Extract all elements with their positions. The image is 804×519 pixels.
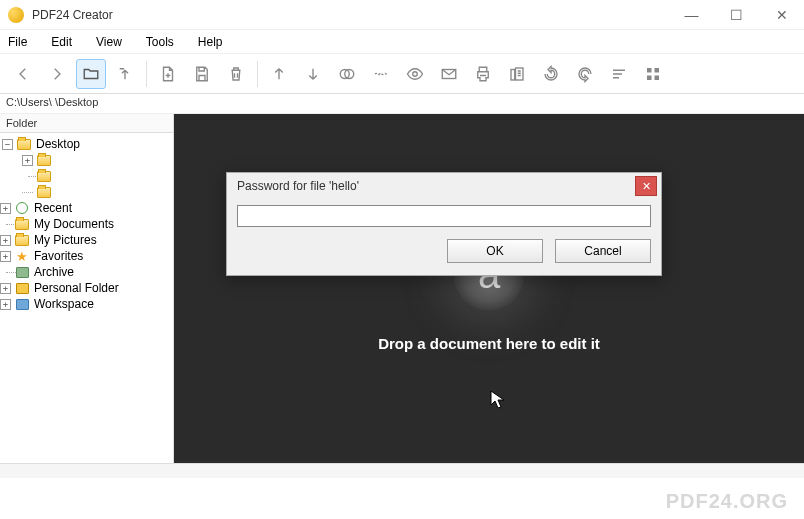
dialog-close-button[interactable]: ✕: [635, 176, 657, 196]
svg-rect-8: [647, 75, 652, 80]
save-button[interactable]: [187, 59, 217, 89]
expand-icon[interactable]: +: [0, 283, 11, 294]
fax-button[interactable]: [502, 59, 532, 89]
expand-icon[interactable]: +: [0, 299, 11, 310]
expand-icon[interactable]: +: [0, 203, 11, 214]
svg-point-2: [413, 71, 418, 76]
email-button[interactable]: [434, 59, 464, 89]
menu-edit[interactable]: Edit: [51, 35, 72, 49]
expand-icon[interactable]: +: [0, 235, 11, 246]
forward-button[interactable]: [42, 59, 72, 89]
grid-view-button[interactable]: [638, 59, 668, 89]
svg-rect-4: [511, 69, 515, 80]
personal-folder-icon: [16, 283, 29, 294]
menu-view[interactable]: View: [96, 35, 122, 49]
watermark: PDF24.ORG: [666, 490, 788, 513]
folder-tree-header: Folder: [0, 114, 173, 133]
dialog-title: Password for file 'hello': [237, 179, 635, 193]
tree-node-desktop[interactable]: −Desktop: [0, 136, 173, 152]
drop-area[interactable]: a Drop a document here to edit it: [174, 114, 804, 476]
menu-tools[interactable]: Tools: [146, 35, 174, 49]
titlebar: PDF24 Creator — ☐ ✕: [0, 0, 804, 30]
path-bar[interactable]: C:\Users\ \Desktop: [0, 94, 804, 114]
tree-node[interactable]: [0, 168, 173, 184]
tree-node-pictures[interactable]: +My Pictures: [0, 232, 173, 248]
delete-button[interactable]: [221, 59, 251, 89]
drop-hint-text: Drop a document here to edit it: [378, 335, 600, 352]
close-window-button[interactable]: ✕: [759, 0, 804, 30]
window-title: PDF24 Creator: [32, 8, 669, 22]
cursor-icon: [490, 390, 506, 410]
cancel-button[interactable]: Cancel: [555, 239, 651, 263]
menu-help[interactable]: Help: [198, 35, 223, 49]
move-up-button[interactable]: [264, 59, 294, 89]
svg-rect-9: [655, 75, 660, 80]
workspace-icon: [16, 299, 29, 310]
merge-button[interactable]: [332, 59, 362, 89]
new-document-button[interactable]: [153, 59, 183, 89]
menu-file[interactable]: File: [8, 35, 27, 49]
tree-node-personal[interactable]: +Personal Folder: [0, 280, 173, 296]
documents-icon: [15, 219, 29, 230]
svg-rect-6: [647, 68, 652, 73]
maximize-button[interactable]: ☐: [714, 0, 759, 30]
tree-node-recent[interactable]: +Recent: [0, 200, 173, 216]
rotate-right-button[interactable]: [570, 59, 600, 89]
pictures-icon: [15, 235, 29, 246]
tree-node-workspace[interactable]: +Workspace: [0, 296, 173, 312]
minimize-button[interactable]: —: [669, 0, 714, 30]
menubar: File Edit View Tools Help: [0, 30, 804, 54]
up-folder-button[interactable]: [110, 59, 140, 89]
tree-node-documents[interactable]: My Documents: [0, 216, 173, 232]
preview-button[interactable]: [400, 59, 430, 89]
folder-tree[interactable]: −Desktop + +Recent My Documents +My Pict…: [0, 133, 173, 476]
svg-rect-7: [655, 68, 660, 73]
status-bar: [0, 463, 804, 478]
tree-node[interactable]: [0, 184, 173, 200]
back-button[interactable]: [8, 59, 38, 89]
folder-tree-panel: Folder −Desktop + +Recent My Documents +…: [0, 114, 174, 476]
tree-node-favorites[interactable]: +★Favorites: [0, 248, 173, 264]
expand-icon[interactable]: +: [0, 251, 11, 262]
rotate-left-button[interactable]: [536, 59, 566, 89]
print-button[interactable]: [468, 59, 498, 89]
folder-button[interactable]: [76, 59, 106, 89]
collapse-icon[interactable]: −: [2, 139, 13, 150]
expand-icon[interactable]: +: [22, 155, 33, 166]
tree-node[interactable]: +: [0, 152, 173, 168]
tree-node-archive[interactable]: Archive: [0, 264, 173, 280]
star-icon: ★: [14, 249, 30, 263]
clock-icon: [16, 202, 28, 214]
password-input[interactable]: [237, 205, 651, 227]
move-down-button[interactable]: [298, 59, 328, 89]
sort-button[interactable]: [604, 59, 634, 89]
toolbar: [0, 54, 804, 94]
app-icon: [8, 7, 24, 23]
split-button[interactable]: [366, 59, 396, 89]
password-dialog: Password for file 'hello' ✕ OK Cancel: [226, 172, 662, 276]
svg-rect-5: [516, 68, 524, 80]
ok-button[interactable]: OK: [447, 239, 543, 263]
